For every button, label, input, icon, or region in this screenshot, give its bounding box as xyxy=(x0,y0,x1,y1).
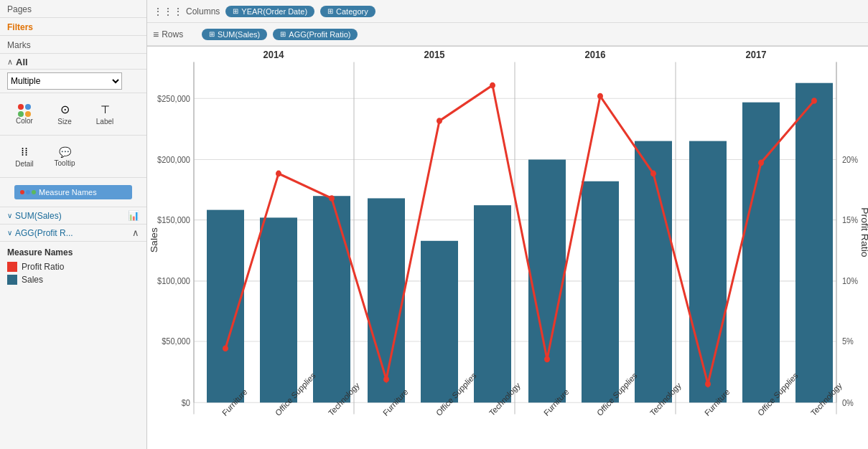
svg-text:$50,000: $50,000 xyxy=(162,337,190,346)
dot-2016-furniture xyxy=(544,356,550,363)
legend-item-profit: Profit Ratio xyxy=(7,262,139,272)
label-button[interactable]: ⊤ Label xyxy=(85,96,125,132)
legend-item-sales: Sales xyxy=(7,275,139,285)
bar-chart-icon: 📊 xyxy=(128,210,139,221)
bar-2017-furniture xyxy=(689,141,727,403)
marks-icons-row2: ⁞⁞ Detail 💬 Tooltip xyxy=(0,136,146,178)
dot-2015-officesupplies xyxy=(437,118,442,124)
dot-2014-technology xyxy=(329,195,335,202)
right-panel: ⋮⋮⋮ Columns ⊞ YEAR(Order Date) ⊞ Categor… xyxy=(147,0,868,449)
measure-names-dots xyxy=(20,190,36,194)
agg-profit-row: ∨ AGG(Profit R... ∧ xyxy=(0,225,146,242)
detail-button[interactable]: ⁞⁞ Detail xyxy=(4,138,45,174)
dot-2017-officesupplies xyxy=(758,160,764,166)
legend-title: Measure Names xyxy=(7,247,139,257)
bar-2016-furniture xyxy=(528,160,566,403)
columns-icon: ⋮⋮⋮ xyxy=(153,6,183,17)
all-label: All xyxy=(16,57,28,67)
detail-icon: ⁞⁞ xyxy=(21,145,28,159)
rows-row: ≡ Rows ⊞ SUM(Sales) ⊞ AGG(Profit Ratio) xyxy=(147,23,868,46)
agg-pill-icon: ⊞ xyxy=(280,30,286,38)
columns-label: ⋮⋮⋮ Columns xyxy=(153,6,220,17)
bar-2014-officesupplies xyxy=(260,217,297,402)
size-button[interactable]: ⊙ Size xyxy=(45,96,85,132)
svg-text:20%: 20% xyxy=(842,155,858,164)
marks-type-dropdown[interactable]: Multiple xyxy=(7,72,122,90)
svg-text:$100,000: $100,000 xyxy=(157,277,190,285)
bar-2015-officesupplies xyxy=(421,241,458,402)
svg-text:2017: 2017 xyxy=(746,49,767,61)
chart-svg: Sales Profit Ratio $0 $50,000 $100,000 $… xyxy=(147,47,868,449)
legend-label-sales: Sales xyxy=(22,275,43,285)
dot-2016-officesupplies xyxy=(597,93,603,100)
color-button[interactable]: Color xyxy=(4,96,45,132)
svg-text:$250,000: $250,000 xyxy=(157,94,190,103)
sum-pill-icon: ⊞ xyxy=(209,30,215,38)
bar-2014-technology xyxy=(313,196,350,402)
sum-sales-pill[interactable]: ⊞ SUM(Sales) xyxy=(202,29,267,40)
agg-profit-pill[interactable]: ⊞ AGG(Profit Ratio) xyxy=(273,29,358,40)
legend-color-profit xyxy=(7,262,17,272)
caret-icon: ∧ xyxy=(7,57,13,67)
dot-2014-officesupplies xyxy=(276,171,281,177)
sum-sales-label: ∨ SUM(Sales) xyxy=(7,211,62,221)
bar-2016-officesupplies xyxy=(582,181,619,403)
year-order-date-pill[interactable]: ⊞ YEAR(Order Date) xyxy=(225,6,314,17)
left-panel: Pages Filters Marks ∧ All Multiple xyxy=(0,0,147,449)
year-pill-icon: ⊞ xyxy=(233,7,238,15)
svg-text:$0: $0 xyxy=(182,398,190,407)
dot-2015-technology xyxy=(490,82,495,89)
label-icon: ⊤ xyxy=(101,103,110,116)
svg-text:5%: 5% xyxy=(842,337,854,346)
caret-agg: ∨ xyxy=(7,229,12,237)
svg-text:$200,000: $200,000 xyxy=(157,155,190,164)
rows-icon: ≡ xyxy=(153,29,159,40)
color-label: Color xyxy=(16,117,33,125)
marks-section: Marks xyxy=(0,36,146,54)
bar-2015-furniture xyxy=(368,198,405,402)
category-pill[interactable]: ⊞ Category xyxy=(320,6,375,17)
marks-type-dropdown-row: Multiple xyxy=(0,70,146,93)
dot-2017-technology xyxy=(811,98,817,104)
pages-section: Pages xyxy=(0,0,146,18)
bar-2017-technology xyxy=(795,83,833,403)
tooltip-button[interactable]: 💬 Tooltip xyxy=(45,138,85,174)
filters-section: Filters xyxy=(0,18,146,36)
tooltip-icon: 💬 xyxy=(59,146,71,158)
category-pill-icon: ⊞ xyxy=(327,7,333,15)
left-axis-label: Sales xyxy=(149,227,159,252)
dot-2014-furniture xyxy=(223,345,228,351)
color-icon xyxy=(18,104,31,110)
pages-label: Pages xyxy=(7,4,32,14)
legend-color-sales xyxy=(7,275,17,285)
measure-names-label: Measure Names xyxy=(39,188,97,197)
bar-2015-technology xyxy=(474,205,511,402)
bar-2016-technology xyxy=(635,141,672,403)
columns-row: ⋮⋮⋮ Columns ⊞ YEAR(Order Date) ⊞ Categor… xyxy=(147,0,868,23)
svg-text:0%: 0% xyxy=(842,398,854,407)
svg-text:15%: 15% xyxy=(842,216,858,225)
agg-profit-label: ∨ AGG(Profit R... xyxy=(7,228,73,238)
dot-2017-furniture xyxy=(705,381,711,387)
sum-sales-row: ∨ SUM(Sales) 📊 xyxy=(0,207,146,225)
right-axis-label: Profit Ratio xyxy=(859,207,868,257)
svg-text:$150,000: $150,000 xyxy=(157,216,190,225)
svg-text:2014: 2014 xyxy=(263,49,284,61)
size-icon: ⊙ xyxy=(60,103,70,116)
legend-section: Measure Names Profit Ratio Sales xyxy=(0,242,146,293)
svg-text:10%: 10% xyxy=(842,277,858,285)
rows-label: ≡ Rows xyxy=(153,29,196,40)
caret-sum: ∨ xyxy=(7,212,12,219)
marks-icons-row: Color ⊙ Size ⊤ Label xyxy=(0,93,146,136)
measure-names-button[interactable]: Measure Names xyxy=(14,185,132,199)
size-label: Size xyxy=(57,118,71,126)
dot-2016-technology xyxy=(650,171,656,177)
tooltip-label: Tooltip xyxy=(55,159,75,167)
marks-title: Marks xyxy=(7,40,31,50)
detail-label: Detail xyxy=(15,160,34,168)
svg-text:2015: 2015 xyxy=(424,49,445,61)
dot-2015-furniture xyxy=(383,377,389,383)
legend-label-profit: Profit Ratio xyxy=(22,262,64,272)
toolbar: ⋮⋮⋮ Columns ⊞ YEAR(Order Date) ⊞ Categor… xyxy=(147,0,868,47)
chart-area: Sales Profit Ratio $0 $50,000 $100,000 $… xyxy=(147,47,868,449)
